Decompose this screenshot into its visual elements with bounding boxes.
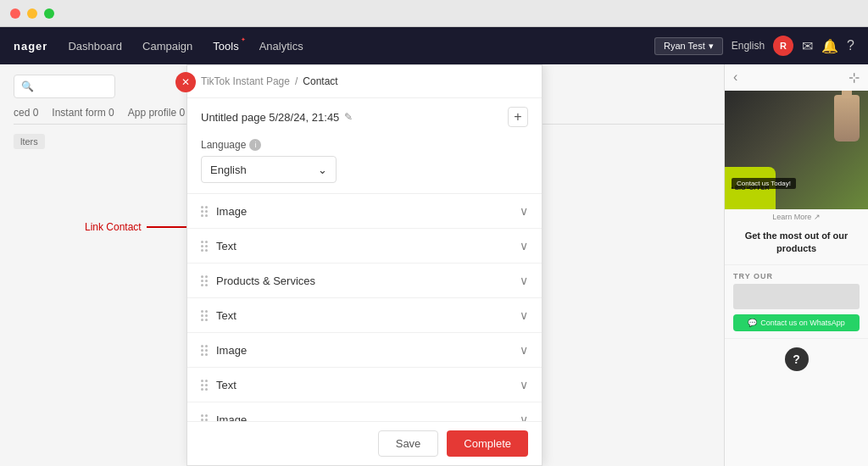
try-our-label: TRY OUR — [733, 272, 860, 280]
nav-user-chevron: ▾ — [709, 41, 714, 52]
section-label: Products & Services — [216, 275, 315, 287]
preview-panel: ‹ ⊹ • BIG • OFFER Contac — [724, 64, 868, 466]
filter-label[interactable]: lters — [14, 134, 45, 149]
section-chevron-icon: ∨ — [520, 378, 528, 391]
nav-user-button[interactable]: Ryan Test ▾ — [654, 37, 723, 55]
drag-handle[interactable] — [201, 206, 208, 217]
language-section: Language i English ⌄ — [187, 132, 542, 193]
section-label: Text — [216, 379, 236, 391]
modal-close-button[interactable]: ✕ — [175, 72, 196, 92]
whatsapp-icon: 💬 — [748, 319, 757, 327]
drag-handle[interactable] — [201, 310, 208, 321]
browser-dot-green[interactable] — [44, 8, 54, 19]
app-container: nager Dashboard Campaign Tools Analytics… — [0, 27, 868, 466]
section-item-image-1[interactable]: Image ∨ — [187, 194, 542, 229]
preview-help-button[interactable]: ? — [785, 347, 809, 371]
preview-learn-more[interactable]: Learn More ↗ — [725, 213, 868, 221]
language-label: Language i — [201, 139, 528, 151]
section-label: Image — [216, 205, 247, 218]
breadcrumb-current: Contact — [303, 75, 337, 87]
modal-header: TikTok Instant Page / Contact — [187, 65, 542, 98]
edit-title-icon[interactable]: ✎ — [344, 111, 353, 123]
top-nav: nager Dashboard Campaign Tools Analytics… — [0, 27, 868, 64]
sections-list: Image ∨ Text ∨ — [187, 193, 542, 421]
section-chevron-icon: ∨ — [520, 413, 528, 421]
browser-dot-red[interactable] — [10, 8, 20, 19]
page-title-text: Untitled page 5/28/24, 21:45 — [201, 111, 339, 124]
tab-app-profile[interactable]: App profile 0 — [128, 107, 185, 119]
preview-try-section: TRY OUR 💬 Contact us on WhatsApp — [725, 265, 868, 339]
preview-text-section: Get the most out of our products — [725, 221, 868, 265]
section-item-image-3[interactable]: Image ∨ — [187, 402, 542, 421]
section-label: Text — [216, 309, 236, 322]
section-chevron-icon: ∨ — [520, 308, 528, 322]
preview-image-area: • BIG • OFFER Contact us Today! — [725, 91, 868, 209]
language-select[interactable]: English ⌄ — [201, 156, 337, 183]
nav-item-campaign[interactable]: Campaign — [142, 40, 192, 53]
section-item-products[interactable]: Products & Services ∨ — [187, 264, 542, 298]
contact-us-badge: Contact us Today! — [732, 178, 796, 189]
section-chevron-icon: ∨ — [520, 343, 528, 357]
section-item-text-2[interactable]: Text ∨ — [187, 298, 542, 333]
modal-footer: Save Complete — [187, 421, 542, 465]
breadcrumb-separator: / — [295, 75, 298, 87]
bottle-image — [834, 95, 860, 141]
section-label: Image — [216, 344, 247, 357]
preview-back-button[interactable]: ‹ — [733, 69, 737, 86]
section-chevron-icon: ∨ — [520, 274, 528, 287]
link-contact-text: Link Contact — [85, 221, 142, 233]
nav-bell-icon[interactable]: 🔔 — [821, 38, 838, 54]
preview-image: • BIG • OFFER Contact us Today! — [725, 91, 868, 209]
section-item-left: Image — [201, 205, 247, 218]
section-label: Text — [216, 240, 236, 252]
complete-button[interactable]: Complete — [447, 430, 528, 457]
section-label: Image — [216, 413, 247, 422]
nav-user-label: Ryan Test — [664, 41, 705, 51]
modal-panel: ✕ TikTok Instant Page / Contact Untitled… — [186, 64, 542, 466]
drag-handle[interactable] — [201, 345, 208, 356]
drag-handle[interactable] — [201, 380, 208, 391]
section-item-image-2[interactable]: Image ∨ — [187, 333, 542, 368]
search-icon: 🔍 — [21, 80, 34, 92]
preview-nav: ‹ ⊹ — [725, 64, 868, 91]
nav-right: Ryan Test ▾ English R ✉ 🔔 ? — [654, 36, 854, 56]
tab-ced[interactable]: ced 0 — [14, 107, 38, 119]
section-chevron-icon: ∨ — [520, 239, 528, 252]
save-button[interactable]: Save — [378, 430, 439, 457]
browser-dot-yellow[interactable] — [27, 8, 37, 19]
page-content: 🔍 ced 0 Instant form 0 App profile 0 lte… — [0, 64, 868, 466]
nav-logo: nager — [14, 40, 47, 53]
section-item-text-1[interactable]: Text ∨ — [187, 229, 542, 264]
browser-chrome — [0, 0, 868, 27]
preview-forward-button[interactable]: ⊹ — [849, 69, 860, 86]
section-item-text-3[interactable]: Text ∨ — [187, 368, 542, 402]
whatsapp-label: Contact us on WhatsApp — [760, 319, 845, 327]
modal-title-row: Untitled page 5/28/24, 21:45 ✎ + — [187, 98, 542, 132]
preview-main-text: Get the most out of our products — [733, 230, 860, 256]
drag-handle[interactable] — [201, 414, 208, 422]
search-bar[interactable]: 🔍 — [14, 75, 115, 98]
add-section-button[interactable]: + — [508, 107, 528, 127]
nav-mail-icon[interactable]: ✉ — [802, 38, 813, 54]
breadcrumb: TikTok Instant Page / Contact — [201, 75, 528, 87]
breadcrumb-parent[interactable]: TikTok Instant Page — [201, 75, 290, 87]
nav-avatar: R — [773, 36, 793, 56]
nav-item-tools[interactable]: Tools — [213, 40, 238, 53]
bottle-neck — [842, 91, 852, 98]
whatsapp-button[interactable]: 💬 Contact us on WhatsApp — [733, 314, 860, 331]
nav-item-analytics[interactable]: Analytics — [259, 40, 303, 53]
section-chevron-icon: ∨ — [520, 204, 528, 218]
modal-page-title: Untitled page 5/28/24, 21:45 ✎ — [201, 111, 353, 124]
language-info-icon: i — [249, 139, 261, 151]
tab-instant-form[interactable]: Instant form 0 — [52, 107, 114, 119]
nav-item-dashboard[interactable]: Dashboard — [68, 40, 122, 53]
nav-language: English — [732, 40, 765, 52]
drag-handle[interactable] — [201, 241, 208, 252]
language-value: English — [210, 164, 247, 176]
drag-handle[interactable] — [201, 275, 208, 286]
nav-help-icon[interactable]: ? — [847, 38, 854, 53]
language-chevron-icon: ⌄ — [318, 164, 327, 176]
